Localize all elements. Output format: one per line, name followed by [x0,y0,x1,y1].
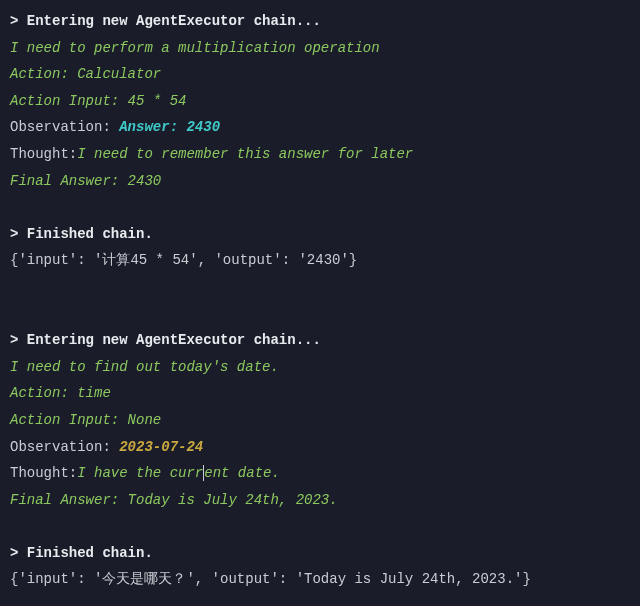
finished-chain-header: > Finished chain. [10,221,630,248]
result-dict: {'input': '计算45 * 54', 'output': '2430'} [10,247,630,274]
thought-label: Thought: [10,146,77,162]
blank-line [10,274,630,301]
observation-line: Observation: 2023-07-24 [10,434,630,461]
observation-label: Observation: [10,439,119,455]
action-line: Action: time [10,380,630,407]
thought-line: Thought:I have the current date. [10,460,630,487]
blank-line [10,513,630,540]
observation-line: Observation: Answer: 2430 [10,114,630,141]
blank-line [10,194,630,221]
thought-text: I need to remember this answer for later [77,146,413,162]
action-input-line: Action Input: 45 * 54 [10,88,630,115]
blank-line [10,301,630,328]
observation-label: Observation: [10,119,119,135]
action-line: Action: Calculator [10,61,630,88]
action-input-line: Action Input: None [10,407,630,434]
thought-line: I need to find out today's date. [10,354,630,381]
finished-chain-header: > Finished chain. [10,540,630,567]
thought-text-part1: I have the curr [77,465,203,481]
entering-chain-header: > Entering new AgentExecutor chain... [10,327,630,354]
final-answer-line: Final Answer: Today is July 24th, 2023. [10,487,630,514]
final-answer-line: Final Answer: 2430 [10,168,630,195]
observation-value: Answer: 2430 [119,119,220,135]
thought-label: Thought: [10,465,77,481]
thought-line: Thought:I need to remember this answer f… [10,141,630,168]
terminal-output: > Entering new AgentExecutor chain... I … [10,8,630,593]
thought-line: I need to perform a multiplication opera… [10,35,630,62]
thought-text-part2: ent date. [204,465,280,481]
entering-chain-header: > Entering new AgentExecutor chain... [10,8,630,35]
text-cursor [203,465,204,481]
result-dict: {'input': '今天是哪天？', 'output': 'Today is … [10,566,630,593]
observation-value: 2023-07-24 [119,439,203,455]
